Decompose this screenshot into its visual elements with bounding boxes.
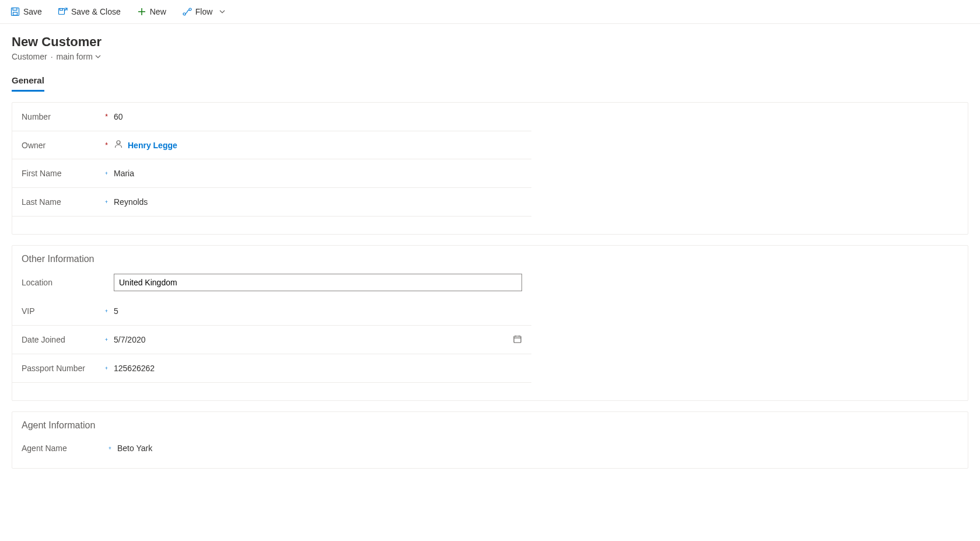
breadcrumb: Customer · main form — [12, 52, 968, 61]
recommended-indicator: + — [105, 200, 108, 205]
field-passport[interactable]: Passport Number + 125626262 — [12, 354, 531, 383]
form-selector[interactable]: main form — [57, 52, 101, 61]
recommended-indicator: + — [105, 366, 108, 371]
command-bar: Save Save & Close New F — [0, 0, 980, 24]
label-number: Number — [22, 112, 51, 121]
field-number[interactable]: Number * 60 — [12, 103, 531, 131]
form-name-label: main form — [57, 52, 93, 61]
section-general: Number * 60 Owner * — [12, 102, 968, 235]
field-first-name[interactable]: First Name + Maria — [12, 159, 531, 188]
field-agent-name[interactable]: Agent Name + Beto Yark — [12, 434, 362, 462]
label-vip: VIP — [22, 306, 35, 316]
svg-rect-8 — [514, 336, 521, 343]
page-title: New Customer — [12, 34, 968, 50]
required-indicator: * — [105, 113, 108, 120]
value-last-name: Reynolds — [114, 194, 148, 210]
label-last-name: Last Name — [22, 197, 61, 207]
flow-label: Flow — [195, 7, 213, 16]
recommended-indicator: + — [105, 337, 108, 343]
section-other-information: Other Information Location VIP + 5 — [12, 245, 968, 401]
field-last-name[interactable]: Last Name + Reynolds — [12, 188, 531, 217]
recommended-indicator: + — [105, 171, 108, 176]
label-location: Location — [22, 278, 52, 287]
label-first-name: First Name — [22, 169, 61, 178]
person-icon — [114, 139, 123, 151]
location-input[interactable] — [114, 274, 522, 291]
svg-rect-1 — [13, 8, 17, 11]
value-vip: 5 — [114, 303, 118, 319]
recommended-indicator: + — [105, 309, 108, 314]
label-agent-name: Agent Name — [22, 444, 67, 453]
recommended-indicator: + — [108, 446, 111, 451]
main-content: New Customer Customer · main form Genera… — [0, 24, 980, 479]
tabs: General — [12, 75, 968, 92]
plus-icon — [137, 7, 146, 16]
save-button[interactable]: Save — [7, 5, 46, 19]
field-vip[interactable]: VIP + 5 — [12, 297, 531, 326]
save-label: Save — [23, 7, 42, 16]
field-owner[interactable]: Owner * Henry Legge — [12, 131, 531, 159]
section-agent-information: Agent Information Agent Name + Beto Yark — [12, 411, 968, 469]
owner-lookup-link[interactable]: Henry Legge — [114, 139, 177, 151]
chevron-down-icon — [95, 54, 101, 60]
value-passport: 125626262 — [114, 360, 155, 376]
value-date-joined: 5/7/2020 — [114, 331, 146, 348]
save-icon — [10, 7, 20, 16]
new-button[interactable]: New — [134, 5, 170, 19]
save-close-icon — [58, 7, 68, 16]
section-title-other: Other Information — [12, 246, 968, 268]
svg-point-5 — [183, 13, 186, 15]
chevron-down-icon — [219, 7, 225, 16]
label-date-joined: Date Joined — [22, 335, 65, 344]
field-location[interactable]: Location — [12, 268, 531, 297]
label-owner: Owner — [22, 141, 46, 150]
flow-icon — [183, 7, 192, 16]
new-label: New — [150, 7, 166, 16]
calendar-icon[interactable] — [513, 334, 522, 345]
required-indicator: * — [105, 142, 108, 149]
value-number: 60 — [114, 109, 123, 125]
svg-point-7 — [117, 141, 120, 144]
label-passport: Passport Number — [22, 364, 85, 373]
svg-rect-4 — [60, 9, 62, 11]
svg-rect-2 — [13, 12, 18, 15]
separator: · — [51, 52, 53, 61]
save-close-button[interactable]: Save & Close — [55, 5, 124, 19]
field-date-joined[interactable]: Date Joined + 5/7/2020 — [12, 326, 531, 354]
section-title-agent: Agent Information — [12, 412, 968, 434]
svg-point-6 — [189, 8, 191, 11]
tab-general[interactable]: General — [12, 75, 44, 92]
save-close-label: Save & Close — [71, 7, 121, 16]
entity-name: Customer — [12, 52, 47, 61]
value-agent-name: Beto Yark — [117, 440, 152, 456]
value-first-name: Maria — [114, 165, 134, 182]
flow-button[interactable]: Flow — [179, 5, 229, 19]
value-owner: Henry Legge — [128, 141, 177, 150]
